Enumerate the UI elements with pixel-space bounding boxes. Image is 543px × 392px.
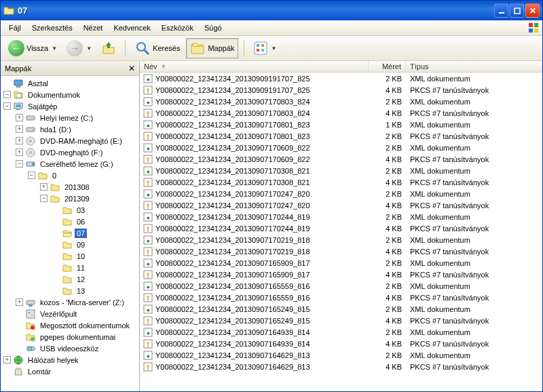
file-row[interactable]: ◆Y00800022_12341234_20130907170308_8212 … [140, 165, 542, 176]
tree-item[interactable]: pgepes dokumentumai [2, 331, 139, 342]
folder-icon [62, 251, 73, 262]
tree-toggle[interactable]: + [3, 356, 11, 364]
menu-tools[interactable]: Eszközök [156, 22, 199, 33]
file-row[interactable]: ◆Y00800022_12341234_20130907170244_8192 … [140, 211, 542, 222]
tree-item[interactable]: USB videoeszköz [2, 342, 139, 354]
userdocs-icon [25, 332, 36, 342]
maximize-button[interactable] [510, 3, 524, 18]
file-row[interactable]: Y00800022_12341234_20130907164939_8144 K… [140, 338, 542, 349]
search-button[interactable]: Keresés [131, 38, 183, 58]
tree-toggle[interactable]: − [40, 195, 48, 202]
tree-item[interactable]: +DVD-meghajtó (F:) [2, 146, 139, 158]
tree-item[interactable]: 09 [2, 239, 139, 250]
tree-item[interactable]: −Cserélhető lemez (G:) [2, 158, 139, 170]
up-button[interactable] [98, 39, 119, 58]
file-row[interactable]: Y00800022_12341234_20130909191707_8254 K… [140, 84, 542, 96]
tree-item[interactable]: −201309 [2, 193, 139, 204]
tree-item[interactable]: +hda1 (D:) [2, 123, 139, 135]
tree-toggle[interactable]: + [40, 183, 48, 191]
menu-file[interactable]: Fájl [3, 22, 26, 33]
file-type: PKCS #7 tanúsítványok [406, 155, 542, 163]
tree-toggle[interactable]: − [3, 102, 11, 110]
file-row[interactable]: ◆Y00800022_12341234_20130907165249_8152 … [140, 303, 542, 315]
file-row[interactable]: ◆Y00800022_12341234_20130907170247_8202 … [140, 188, 542, 199]
tree-item[interactable]: 10 [2, 250, 139, 262]
tree-item[interactable]: 03 [2, 204, 139, 216]
menu-favorites[interactable]: Kedvencek [108, 22, 155, 33]
search-icon [134, 40, 151, 56]
file-row[interactable]: ◆Y00800022_12341234_20130907165909_8172 … [140, 257, 542, 269]
file-row[interactable]: Y00800022_12341234_20130907170219_8184 K… [140, 246, 542, 257]
tree-item[interactable]: +kozos - 'Micra-server' (Z:) [2, 296, 139, 308]
folder-icon [37, 170, 48, 181]
tree-toggle[interactable]: − [3, 91, 11, 98]
svg-point-42 [147, 88, 149, 91]
column-type[interactable]: Típus [406, 61, 542, 72]
file-name: Y00800022_12341234_20130907170609_822 [155, 155, 310, 163]
tree-item[interactable]: −Dokumentumok [2, 89, 139, 100]
tree-toggle[interactable]: + [16, 137, 23, 144]
tree-item[interactable]: +DVD-RAM-meghajtó (E:) [2, 135, 139, 146]
back-button[interactable]: ← Vissza ▼ [5, 38, 60, 58]
file-row[interactable]: Y00800022_12341234_20130907170308_8214 K… [140, 176, 542, 188]
file-row[interactable]: Y00800022_12341234_20130907170609_8224 K… [140, 153, 542, 165]
file-row[interactable]: ◆Y00800022_12341234_20130909191707_8252 … [140, 73, 542, 84]
file-row[interactable]: ◆Y00800022_12341234_20130907164939_8142 … [140, 326, 542, 338]
file-row[interactable]: ◆Y00800022_12341234_20130907170803_8242 … [140, 96, 542, 107]
file-row[interactable]: Y00800022_12341234_20130907170803_8244 K… [140, 107, 542, 119]
tree-toggle[interactable]: − [28, 172, 35, 179]
file-type: XML dokumentum [406, 167, 542, 175]
tree-toggle[interactable]: + [16, 149, 23, 156]
tree-item[interactable]: +Hálózati helyek [2, 354, 139, 366]
tree-toggle[interactable]: − [16, 160, 23, 168]
menu-edit[interactable]: Szerkesztés [26, 22, 78, 33]
column-size[interactable]: Méret [369, 61, 406, 72]
file-size: 4 KB [369, 363, 406, 371]
folders-button[interactable]: Mappák [186, 38, 238, 58]
svg-point-52 [147, 134, 149, 137]
tree-item[interactable]: 07 [2, 227, 139, 239]
folder-tree[interactable]: Asztal−Dokumentumok−Sajátgép+Helyi lemez… [1, 76, 139, 391]
file-row[interactable]: Y00800022_12341234_20130907170801_8232 K… [140, 130, 542, 142]
file-row[interactable]: Y00800022_12341234_20130907165559_8164 K… [140, 292, 542, 303]
file-row[interactable]: Y00800022_12341234_20130907170244_8194 K… [140, 222, 542, 234]
file-row[interactable]: Y00800022_12341234_20130907165249_8154 K… [140, 315, 542, 326]
tree-item[interactable]: 12 [2, 273, 139, 285]
tree-item[interactable]: +Helyi lemez (C:) [2, 112, 139, 123]
panel-close-button[interactable]: ✕ [128, 64, 135, 73]
column-name[interactable]: Név▼ [140, 61, 369, 72]
forward-button[interactable]: → ▼ [63, 38, 95, 58]
file-row[interactable]: ◆Y00800022_12341234_20130907165559_8162 … [140, 280, 542, 292]
folder-icon [62, 286, 73, 296]
file-row[interactable]: ◆Y00800022_12341234_20130907164629_8132 … [140, 349, 542, 361]
tree-item[interactable]: Lomtár [2, 366, 139, 377]
views-button[interactable]: ▼ [250, 39, 280, 58]
file-type: XML dokumentum [406, 121, 542, 129]
menu-help[interactable]: Súgó [199, 22, 227, 33]
svg-line-7 [145, 50, 149, 54]
tree-toggle[interactable]: + [16, 298, 23, 306]
file-row[interactable]: Y00800022_12341234_20130907164629_8134 K… [140, 361, 542, 372]
tree-item-label: Asztal [26, 79, 50, 88]
tree-item[interactable]: 11 [2, 262, 139, 273]
close-button[interactable]: ✕ [525, 3, 540, 18]
tree-item[interactable]: Megosztott dokumentumok [2, 319, 139, 331]
minimize-button[interactable] [494, 3, 508, 18]
tree-item[interactable]: Asztal [2, 77, 139, 89]
file-row[interactable]: Y00800022_12341234_20130907170247_8204 K… [140, 199, 542, 211]
tree-item[interactable]: Vezérlőpult [2, 308, 139, 319]
tree-item[interactable]: 06 [2, 216, 139, 227]
file-row[interactable]: ◆Y00800022_12341234_20130907170219_8182 … [140, 234, 542, 246]
file-list-scroll[interactable]: Név▼ Méret Típus ◆Y00800022_12341234_201… [140, 61, 542, 391]
tree-item[interactable]: −Sajátgép [2, 100, 139, 112]
file-row[interactable]: Y00800022_12341234_20130907165909_8174 K… [140, 269, 542, 280]
tree-item[interactable]: 13 [2, 285, 139, 296]
tree-item[interactable]: −0 [2, 170, 139, 181]
tree-toggle[interactable]: + [16, 125, 23, 133]
pkcs-file-icon [143, 131, 153, 142]
file-row[interactable]: ◆Y00800022_12341234_20130907170801_8231 … [140, 119, 542, 130]
menu-view[interactable]: Nézet [78, 22, 109, 33]
tree-item[interactable]: +201308 [2, 181, 139, 193]
tree-toggle[interactable]: + [16, 114, 23, 121]
file-row[interactable]: ◆Y00800022_12341234_20130907170609_8222 … [140, 142, 542, 153]
